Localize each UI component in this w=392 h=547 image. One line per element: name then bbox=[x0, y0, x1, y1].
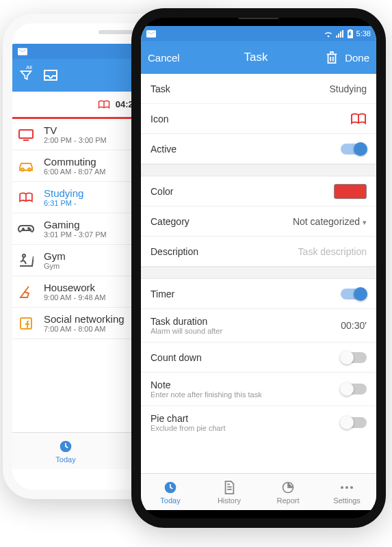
task-time-range: Gym bbox=[44, 262, 66, 270]
section-divider bbox=[141, 267, 376, 279]
toggle-countdown[interactable] bbox=[341, 352, 367, 363]
row-task-duration[interactable]: Task duration Alarm will sound after 00:… bbox=[141, 309, 376, 343]
svg-point-11 bbox=[345, 486, 348, 489]
task-time-range: 2:00 PM - 3:00 PM bbox=[44, 136, 107, 144]
tab-history[interactable]: History bbox=[200, 474, 259, 510]
row-sublabel: Alarm will sound after bbox=[151, 327, 222, 335]
book-icon bbox=[98, 100, 110, 109]
appbar-title: Task bbox=[194, 51, 317, 64]
row-sublabel: Exclude from pie chart bbox=[151, 424, 225, 432]
facebook-icon bbox=[16, 315, 36, 332]
task-title: Gaming bbox=[44, 219, 107, 230]
task-time-range: 6:31 PM - bbox=[44, 199, 83, 207]
row-pie-chart[interactable]: Pie chart Exclude from pie chart bbox=[141, 406, 376, 439]
row-label: Timer bbox=[151, 289, 174, 299]
pie-chart-icon bbox=[280, 480, 296, 495]
book-icon bbox=[350, 113, 367, 125]
task-time-range: 9:00 AM - 9:48 AM bbox=[44, 293, 106, 302]
tab-today[interactable]: Today bbox=[12, 433, 119, 469]
car-icon bbox=[16, 158, 36, 174]
tab-label: Today bbox=[160, 496, 180, 505]
task-title: Gym bbox=[44, 250, 66, 262]
row-timer[interactable]: Timer bbox=[141, 279, 376, 309]
section-divider bbox=[141, 164, 376, 176]
task-time-range: 7:00 AM - 8:00 AM bbox=[44, 325, 125, 333]
tab-label: Settings bbox=[333, 496, 361, 505]
book-icon bbox=[16, 189, 36, 206]
battery-icon bbox=[347, 29, 354, 38]
filter-badge: All bbox=[26, 64, 32, 70]
row-label: Count down bbox=[151, 352, 202, 363]
right-tab-bar: Today History Report Settings bbox=[141, 473, 376, 510]
svg-rect-0 bbox=[19, 130, 33, 138]
tab-today[interactable]: Today bbox=[141, 474, 200, 510]
broom-icon bbox=[16, 284, 36, 300]
tab-report[interactable]: Report bbox=[259, 474, 317, 510]
task-time-range: 3:01 PM - 3:07 PM bbox=[44, 230, 107, 239]
svg-point-5 bbox=[23, 254, 25, 257]
row-active[interactable]: Active bbox=[141, 134, 376, 164]
row-color[interactable]: Color bbox=[141, 176, 376, 206]
description-placeholder: Task description bbox=[298, 246, 367, 257]
done-button[interactable]: Done bbox=[345, 52, 369, 64]
row-label: Note Enter note after finishing this tas… bbox=[151, 379, 262, 399]
svg-point-12 bbox=[350, 486, 353, 489]
task-title: Commuting bbox=[44, 156, 106, 168]
row-label: Color bbox=[151, 186, 173, 197]
phone-frame-black: 5:38 Cancel Task Done Task Studying Icon bbox=[131, 8, 386, 528]
svg-point-4 bbox=[29, 229, 31, 230]
gamepad-icon bbox=[16, 221, 36, 237]
tab-label: Report bbox=[276, 496, 299, 505]
tab-settings[interactable]: Settings bbox=[317, 474, 376, 510]
category-value[interactable]: Not categorized bbox=[293, 216, 367, 227]
task-appbar: Cancel Task Done bbox=[141, 41, 376, 74]
filter-button[interactable]: All bbox=[19, 68, 33, 82]
status-bar: 5:38 bbox=[141, 26, 376, 41]
row-description[interactable]: Description Task description bbox=[141, 237, 376, 267]
document-icon bbox=[222, 480, 237, 495]
toggle-timer[interactable] bbox=[341, 289, 367, 299]
row-label: Task bbox=[151, 83, 170, 94]
tab-label: History bbox=[218, 496, 241, 505]
color-swatch[interactable] bbox=[334, 184, 367, 199]
task-title: Housework bbox=[44, 282, 106, 293]
mail-icon bbox=[18, 48, 27, 55]
treadmill-icon bbox=[16, 252, 36, 269]
row-category[interactable]: Category Not categorized bbox=[141, 206, 376, 237]
row-note[interactable]: Note Enter note after finishing this tas… bbox=[141, 373, 376, 406]
mail-icon bbox=[146, 30, 156, 38]
row-count-down[interactable]: Count down bbox=[141, 343, 376, 373]
task-title: Social networking bbox=[44, 313, 125, 325]
signal-icon bbox=[336, 30, 344, 38]
task-duration-value: 00:30' bbox=[341, 320, 367, 331]
inbox-icon[interactable] bbox=[42, 68, 59, 82]
toggle-active[interactable] bbox=[341, 144, 367, 155]
toggle-pie-chart[interactable] bbox=[341, 417, 367, 428]
tv-icon bbox=[16, 126, 36, 143]
phone-speaker bbox=[238, 15, 279, 19]
status-time: 5:38 bbox=[356, 29, 371, 38]
cancel-button[interactable]: Cancel bbox=[148, 52, 186, 64]
task-name-value: Studying bbox=[330, 83, 367, 94]
row-task[interactable]: Task Studying bbox=[141, 74, 376, 104]
task-title: TV bbox=[44, 124, 107, 136]
delete-button[interactable] bbox=[326, 51, 338, 64]
task-time-range: 6:00 AM - 8:07 AM bbox=[44, 168, 106, 176]
cancel-label: Cancel bbox=[148, 52, 180, 64]
task-title: Studying bbox=[44, 187, 83, 199]
wifi-icon bbox=[324, 30, 333, 38]
toggle-note[interactable] bbox=[341, 384, 367, 395]
row-sublabel: Enter note after finishing this task bbox=[151, 390, 262, 399]
row-label: Description bbox=[151, 246, 198, 257]
clock-icon bbox=[58, 439, 73, 454]
right-screen: 5:38 Cancel Task Done Task Studying Icon bbox=[141, 26, 376, 510]
svg-point-10 bbox=[341, 486, 343, 489]
task-form: Task Studying Icon Active Color Category bbox=[141, 74, 376, 473]
clock-icon bbox=[163, 480, 178, 495]
row-label: Active bbox=[151, 144, 177, 155]
row-label: Category bbox=[151, 216, 190, 227]
row-label: Task duration Alarm will sound after bbox=[151, 316, 222, 335]
row-icon[interactable]: Icon bbox=[141, 104, 376, 134]
row-label: Pie chart Exclude from pie chart bbox=[151, 413, 225, 432]
more-icon bbox=[339, 480, 354, 495]
